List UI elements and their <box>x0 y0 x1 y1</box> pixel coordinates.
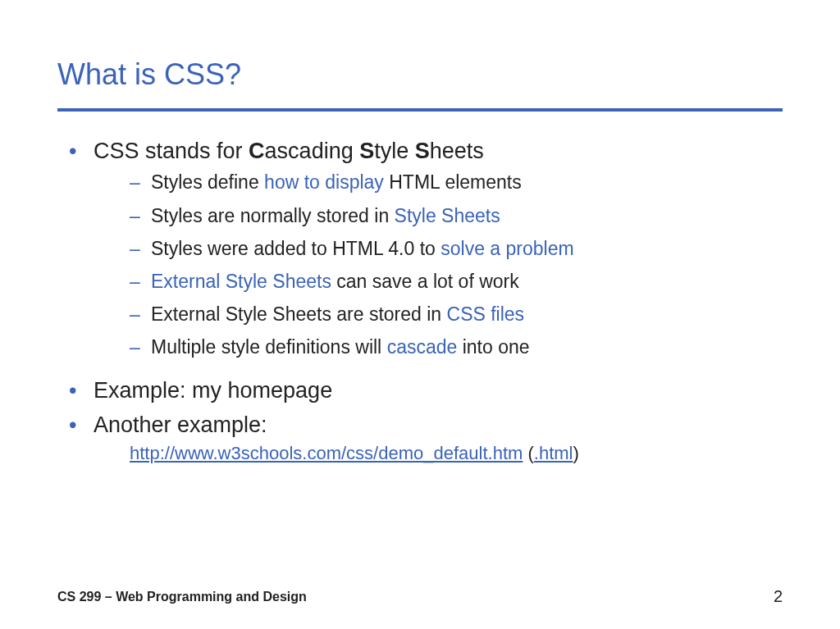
slide-footer: CS 299 – Web Programming and Design 2 <box>57 587 783 606</box>
title-divider <box>57 108 783 112</box>
footer-course: CS 299 – Web Programming and Design <box>57 590 307 604</box>
sub1-c: HTML elements <box>384 171 522 193</box>
bullet-1-c-rest: ascading <box>265 139 360 163</box>
sub-item-1: Styles define how to display HTML elemen… <box>94 169 783 195</box>
sub5-b: CSS files <box>447 303 525 325</box>
sub6-c: into one <box>457 336 529 358</box>
bullet-list: CSS stands for Cascading Style Sheets St… <box>57 136 783 466</box>
example-link[interactable]: http://www.w3schools.com/css/demo_defaul… <box>130 443 523 463</box>
sub4-a: External Style Sheets <box>151 271 331 292</box>
bullet-3-link-line: http://www.w3schools.com/css/demo_defaul… <box>94 441 783 466</box>
bullet-3-label: Another example: <box>94 412 267 437</box>
bullet-1-bold-c: C <box>249 139 265 163</box>
sub-item-4: External Style Sheets can save a lot of … <box>94 268 783 294</box>
bullet-3-open: ( <box>523 443 533 463</box>
sub4-b: can save a lot of work <box>331 271 519 292</box>
slide-title: What is CSS? <box>57 57 783 92</box>
bullet-1-bold-s: S <box>359 139 374 163</box>
bullet-item-1: CSS stands for Cascading Style Sheets St… <box>57 136 783 361</box>
sub3-b: solve a problem <box>441 238 573 259</box>
slide: What is CSS? CSS stands for Cascading St… <box>0 0 840 629</box>
sub-item-3: Styles were added to HTML 4.0 to solve a… <box>94 235 783 262</box>
sub-item-6: Multiple style definitions will cascade … <box>94 334 783 360</box>
sub5-a: External Style Sheets are stored in <box>151 303 447 325</box>
bullet-item-3: Another example: http://www.w3schools.co… <box>57 410 783 466</box>
example-link-html[interactable]: .html <box>534 443 573 463</box>
bullet-item-2: Example: my homepage <box>57 376 783 405</box>
bullet-1-bold-sh: S <box>415 139 430 163</box>
sub-bullet-list: Styles define how to display HTML elemen… <box>94 169 783 360</box>
sub-item-2: Styles are normally stored in Style Shee… <box>94 203 783 229</box>
bullet-1-sh-rest: heets <box>430 139 484 163</box>
footer-page-number: 2 <box>774 587 783 606</box>
sub6-b: cascade <box>387 336 458 358</box>
sub1-a: Styles define <box>151 171 264 193</box>
bullet-1-text-pre: CSS stands for <box>94 139 249 163</box>
bullet-3-close: ) <box>573 443 578 463</box>
bullet-1-s-rest: tyle <box>374 139 415 163</box>
sub6-a: Multiple style definitions will <box>151 336 387 358</box>
sub1-b: how to display <box>264 171 384 193</box>
sub2-b: Style Sheets <box>395 205 500 226</box>
sub-item-5: External Style Sheets are stored in CSS … <box>94 301 783 327</box>
sub3-a: Styles were added to HTML 4.0 to <box>151 238 441 259</box>
sub2-a: Styles are normally stored in <box>151 205 395 226</box>
